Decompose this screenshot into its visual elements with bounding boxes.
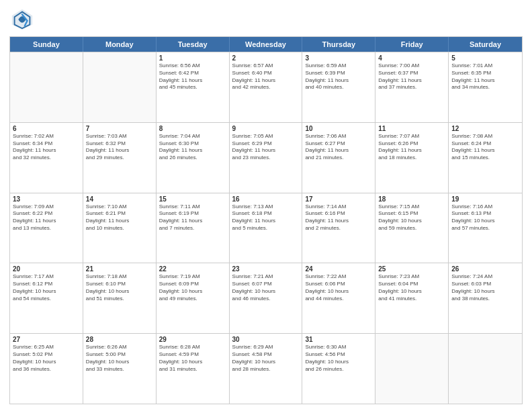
cell-day-number: 4 [378, 54, 445, 62]
calendar-cell: 15Sunrise: 7:11 AM Sunset: 6:19 PM Dayli… [157, 193, 230, 263]
calendar: SundayMondayTuesdayWednesdayThursdayFrid… [9, 36, 523, 404]
day-header-wednesday: Wednesday [230, 37, 303, 52]
calendar-cell: 7Sunrise: 7:03 AM Sunset: 6:32 PM Daylig… [83, 123, 157, 193]
cell-day-number: 12 [451, 125, 519, 132]
calendar-cell: 18Sunrise: 7:15 AM Sunset: 6:15 PM Dayli… [375, 193, 449, 263]
day-header-thursday: Thursday [302, 37, 375, 52]
calendar-cell: 3Sunrise: 6:59 AM Sunset: 6:39 PM Daylig… [302, 52, 375, 122]
cell-day-number: 29 [159, 336, 226, 343]
cell-info: Sunrise: 7:06 AM Sunset: 6:27 PM Dayligh… [305, 133, 372, 162]
cell-info: Sunrise: 7:04 AM Sunset: 6:30 PM Dayligh… [159, 133, 226, 162]
day-header-monday: Monday [83, 37, 157, 52]
calendar-cell: 10Sunrise: 7:06 AM Sunset: 6:27 PM Dayli… [302, 123, 375, 193]
calendar-body: 1Sunrise: 6:56 AM Sunset: 6:42 PM Daylig… [10, 52, 522, 404]
cell-day-number: 9 [232, 125, 300, 132]
cell-day-number: 5 [451, 54, 519, 62]
calendar-row-3: 13Sunrise: 7:09 AM Sunset: 6:22 PM Dayli… [10, 193, 522, 263]
cell-day-number: 20 [13, 265, 80, 273]
cell-day-number: 30 [232, 336, 300, 343]
cell-info: Sunrise: 7:02 AM Sunset: 6:34 PM Dayligh… [13, 133, 80, 162]
cell-info: Sunrise: 7:13 AM Sunset: 6:18 PM Dayligh… [232, 203, 300, 232]
cell-day-number: 13 [13, 195, 80, 203]
cell-info: Sunrise: 6:30 AM Sunset: 4:56 PM Dayligh… [305, 344, 372, 373]
cell-info: Sunrise: 7:01 AM Sunset: 6:35 PM Dayligh… [451, 62, 519, 91]
calendar-cell: 19Sunrise: 7:16 AM Sunset: 6:13 PM Dayli… [449, 193, 522, 263]
calendar-cell: 11Sunrise: 7:07 AM Sunset: 6:26 PM Dayli… [375, 123, 449, 193]
calendar-cell: 16Sunrise: 7:13 AM Sunset: 6:18 PM Dayli… [230, 193, 303, 263]
calendar-row-4: 20Sunrise: 7:17 AM Sunset: 6:12 PM Dayli… [10, 263, 522, 333]
cell-info: Sunrise: 6:28 AM Sunset: 4:59 PM Dayligh… [159, 344, 226, 373]
cell-info: Sunrise: 7:24 AM Sunset: 6:03 PM Dayligh… [451, 273, 519, 302]
day-header-saturday: Saturday [449, 37, 522, 52]
cell-day-number: 27 [13, 336, 80, 343]
cell-day-number: 24 [305, 265, 372, 273]
cell-day-number: 25 [378, 265, 445, 273]
cell-info: Sunrise: 6:57 AM Sunset: 6:40 PM Dayligh… [232, 62, 300, 91]
calendar-cell [449, 334, 522, 404]
cell-day-number: 17 [305, 195, 372, 203]
cell-day-number: 15 [159, 195, 226, 203]
day-header-tuesday: Tuesday [157, 37, 230, 52]
day-header-friday: Friday [375, 37, 449, 52]
calendar-row-1: 1Sunrise: 6:56 AM Sunset: 6:42 PM Daylig… [10, 52, 522, 122]
calendar-cell: 12Sunrise: 7:08 AM Sunset: 6:24 PM Dayli… [449, 123, 522, 193]
calendar-cell: 28Sunrise: 6:26 AM Sunset: 5:00 PM Dayli… [83, 334, 157, 404]
cell-info: Sunrise: 7:18 AM Sunset: 6:10 PM Dayligh… [86, 273, 153, 302]
cell-day-number: 22 [159, 265, 226, 273]
cell-info: Sunrise: 7:14 AM Sunset: 6:16 PM Dayligh… [305, 203, 372, 232]
cell-day-number: 23 [232, 265, 300, 273]
cell-info: Sunrise: 7:05 AM Sunset: 6:29 PM Dayligh… [232, 133, 300, 162]
cell-day-number: 1 [159, 54, 226, 62]
cell-day-number: 14 [86, 195, 153, 203]
cell-info: Sunrise: 6:26 AM Sunset: 5:00 PM Dayligh… [86, 344, 153, 373]
cell-day-number: 8 [159, 125, 226, 132]
cell-info: Sunrise: 7:00 AM Sunset: 6:37 PM Dayligh… [378, 62, 445, 91]
calendar-cell: 22Sunrise: 7:19 AM Sunset: 6:09 PM Dayli… [157, 263, 230, 333]
calendar-cell: 25Sunrise: 7:23 AM Sunset: 6:04 PM Dayli… [375, 263, 449, 333]
calendar-cell: 24Sunrise: 7:22 AM Sunset: 6:06 PM Dayli… [302, 263, 375, 333]
cell-day-number: 6 [13, 125, 80, 132]
cell-info: Sunrise: 7:23 AM Sunset: 6:04 PM Dayligh… [378, 273, 445, 302]
calendar-cell: 5Sunrise: 7:01 AM Sunset: 6:35 PM Daylig… [449, 52, 522, 122]
cell-info: Sunrise: 7:07 AM Sunset: 6:26 PM Dayligh… [378, 133, 445, 162]
calendar-header: SundayMondayTuesdayWednesdayThursdayFrid… [10, 37, 522, 52]
cell-day-number: 28 [86, 336, 153, 343]
cell-day-number: 10 [305, 125, 372, 132]
calendar-cell: 14Sunrise: 7:10 AM Sunset: 6:21 PM Dayli… [83, 193, 157, 263]
cell-day-number: 19 [451, 195, 519, 203]
calendar-cell [375, 334, 449, 404]
page: SundayMondayTuesdayWednesdayThursdayFrid… [0, 0, 532, 411]
cell-day-number: 18 [378, 195, 445, 203]
calendar-cell: 13Sunrise: 7:09 AM Sunset: 6:22 PM Dayli… [10, 193, 83, 263]
cell-info: Sunrise: 7:08 AM Sunset: 6:24 PM Dayligh… [451, 133, 519, 162]
calendar-cell: 8Sunrise: 7:04 AM Sunset: 6:30 PM Daylig… [157, 123, 230, 193]
calendar-cell: 23Sunrise: 7:21 AM Sunset: 6:07 PM Dayli… [230, 263, 303, 333]
cell-day-number: 16 [232, 195, 300, 203]
cell-day-number: 3 [305, 54, 372, 62]
cell-day-number: 2 [232, 54, 300, 62]
calendar-cell: 17Sunrise: 7:14 AM Sunset: 6:16 PM Dayli… [302, 193, 375, 263]
cell-info: Sunrise: 6:25 AM Sunset: 5:02 PM Dayligh… [13, 344, 80, 373]
cell-info: Sunrise: 7:15 AM Sunset: 6:15 PM Dayligh… [378, 203, 445, 232]
cell-day-number: 11 [378, 125, 445, 132]
cell-day-number: 7 [86, 125, 153, 132]
cell-day-number: 21 [86, 265, 153, 273]
calendar-cell: 20Sunrise: 7:17 AM Sunset: 6:12 PM Dayli… [10, 263, 83, 333]
cell-day-number: 26 [451, 265, 519, 273]
calendar-cell: 30Sunrise: 6:29 AM Sunset: 4:58 PM Dayli… [230, 334, 303, 404]
calendar-cell: 31Sunrise: 6:30 AM Sunset: 4:56 PM Dayli… [302, 334, 375, 404]
cell-info: Sunrise: 7:17 AM Sunset: 6:12 PM Dayligh… [13, 273, 80, 302]
calendar-cell [10, 52, 83, 122]
logo [9, 7, 38, 32]
calendar-cell: 29Sunrise: 6:28 AM Sunset: 4:59 PM Dayli… [157, 334, 230, 404]
cell-info: Sunrise: 7:03 AM Sunset: 6:32 PM Dayligh… [86, 133, 153, 162]
calendar-cell: 6Sunrise: 7:02 AM Sunset: 6:34 PM Daylig… [10, 123, 83, 193]
cell-info: Sunrise: 7:19 AM Sunset: 6:09 PM Dayligh… [159, 273, 226, 302]
calendar-row-2: 6Sunrise: 7:02 AM Sunset: 6:34 PM Daylig… [10, 122, 522, 193]
cell-day-number: 31 [305, 336, 372, 343]
cell-info: Sunrise: 7:11 AM Sunset: 6:19 PM Dayligh… [159, 203, 226, 232]
calendar-cell: 26Sunrise: 7:24 AM Sunset: 6:03 PM Dayli… [449, 263, 522, 333]
cell-info: Sunrise: 7:16 AM Sunset: 6:13 PM Dayligh… [451, 203, 519, 232]
calendar-cell [83, 52, 157, 122]
cell-info: Sunrise: 7:21 AM Sunset: 6:07 PM Dayligh… [232, 273, 300, 302]
